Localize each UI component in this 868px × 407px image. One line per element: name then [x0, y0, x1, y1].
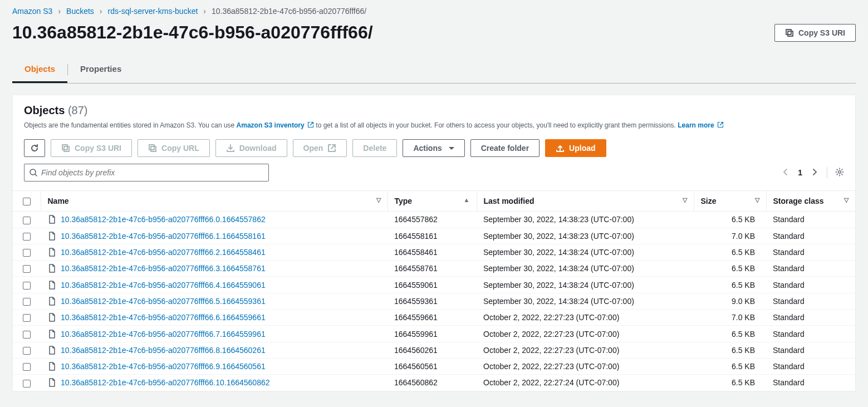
- copy-s3-uri-button[interactable]: Copy S3 URI: [774, 24, 856, 42]
- inventory-link[interactable]: Amazon S3 inventory: [237, 121, 316, 129]
- row-checkbox[interactable]: [23, 347, 31, 355]
- svg-rect-1: [788, 31, 793, 36]
- row-checkbox[interactable]: [23, 249, 31, 257]
- cell-type: 1664558461: [388, 244, 477, 260]
- file-icon: [47, 346, 56, 355]
- cell-modified: September 30, 2022, 14:38:24 (UTC-07:00): [477, 293, 694, 309]
- object-link[interactable]: 10.36a85812-2b1e-47c6-b956-a020776fff66.…: [61, 281, 266, 290]
- cell-modified: October 2, 2022, 22:27:23 (UTC-07:00): [477, 326, 694, 342]
- row-checkbox[interactable]: [23, 380, 31, 388]
- sort-icon: ▽: [683, 197, 687, 204]
- cell-type: 1664560862: [388, 375, 477, 391]
- sort-icon: ▽: [376, 197, 381, 204]
- table-row: 10.36a85812-2b1e-47c6-b956-a020776fff66.…: [13, 342, 855, 358]
- row-checkbox[interactable]: [23, 282, 31, 290]
- file-icon: [47, 297, 56, 306]
- col-class[interactable]: Storage class▽: [766, 191, 855, 212]
- row-checkbox[interactable]: [23, 331, 31, 339]
- object-link[interactable]: 10.36a85812-2b1e-47c6-b956-a020776fff66.…: [61, 362, 266, 371]
- object-link[interactable]: 10.36a85812-2b1e-47c6-b956-a020776fff66.…: [61, 378, 270, 387]
- cell-type: 1664558161: [388, 228, 477, 244]
- cell-type: 1664559361: [388, 293, 477, 309]
- cell-size: 6.5 KB: [694, 212, 766, 228]
- caret-down-icon: [449, 147, 454, 150]
- breadcrumb-bucket[interactable]: rds-sql-server-kms-bucket: [108, 7, 198, 16]
- svg-rect-5: [151, 146, 156, 151]
- refresh-button[interactable]: [24, 139, 45, 157]
- settings-button[interactable]: [835, 168, 844, 178]
- upload-label: Upload: [569, 144, 595, 153]
- col-check: [13, 191, 41, 212]
- gear-icon: [835, 168, 844, 176]
- cell-size: 7.0 KB: [694, 310, 766, 326]
- object-link[interactable]: 10.36a85812-2b1e-47c6-b956-a020776fff66.…: [61, 248, 266, 257]
- file-icon: [47, 264, 56, 273]
- download-icon: [226, 144, 235, 153]
- breadcrumb-root[interactable]: Amazon S3: [12, 7, 52, 16]
- toolbar: Copy S3 URI Copy URL Download Open Delet…: [13, 134, 855, 157]
- file-icon: [47, 215, 56, 224]
- object-link[interactable]: 10.36a85812-2b1e-47c6-b956-a020776fff66.…: [61, 330, 266, 339]
- object-link[interactable]: 10.36a85812-2b1e-47c6-b956-a020776fff66.…: [61, 215, 266, 224]
- tabs: Objects Properties: [12, 58, 856, 84]
- breadcrumb-buckets[interactable]: Buckets: [66, 7, 94, 16]
- pager-next[interactable]: [810, 168, 819, 178]
- row-checkbox[interactable]: [23, 217, 31, 224]
- col-name[interactable]: Name▽: [41, 191, 388, 212]
- row-checkbox[interactable]: [23, 233, 31, 241]
- cell-class: Standard: [766, 277, 855, 293]
- copy-icon: [785, 28, 794, 37]
- file-icon: [47, 378, 56, 387]
- object-link[interactable]: 10.36a85812-2b1e-47c6-b956-a020776fff66.…: [61, 264, 266, 273]
- panel-description: Objects are the fundamental entities sto…: [24, 120, 844, 130]
- download-label: Download: [239, 144, 277, 153]
- row-checkbox[interactable]: [23, 363, 31, 371]
- svg-point-7: [838, 170, 841, 173]
- external-link-icon: [327, 144, 336, 153]
- col-modified[interactable]: Last modified▽: [477, 191, 694, 212]
- pager-prev: [781, 168, 790, 178]
- copy-s3-uri-label: Copy S3 URI: [798, 28, 845, 37]
- file-icon: [47, 248, 56, 257]
- learn-more-link[interactable]: Learn more: [678, 121, 724, 129]
- object-link[interactable]: 10.36a85812-2b1e-47c6-b956-a020776fff66.…: [61, 232, 266, 241]
- panel-title: Objects (87): [24, 104, 844, 117]
- copy-s3-uri-button-toolbar: Copy S3 URI: [51, 139, 132, 157]
- search-input[interactable]: [41, 168, 264, 177]
- select-all-checkbox[interactable]: [23, 198, 31, 205]
- upload-button[interactable]: Upload: [545, 139, 606, 157]
- svg-rect-0: [786, 30, 791, 35]
- actions-button[interactable]: Actions: [403, 139, 464, 157]
- table-row: 10.36a85812-2b1e-47c6-b956-a020776fff66.…: [13, 244, 855, 260]
- cell-modified: October 2, 2022, 22:27:23 (UTC-07:00): [477, 342, 694, 358]
- pager-page: 1: [798, 168, 802, 177]
- search-box[interactable]: [24, 164, 269, 182]
- cell-size: 7.0 KB: [694, 228, 766, 244]
- search-icon: [29, 168, 38, 177]
- file-icon: [47, 330, 56, 339]
- col-type[interactable]: Type▲: [388, 191, 477, 212]
- col-size[interactable]: Size▽: [694, 191, 766, 212]
- file-icon: [47, 281, 56, 290]
- table-row: 10.36a85812-2b1e-47c6-b956-a020776fff66.…: [13, 228, 855, 244]
- cell-modified: October 2, 2022, 22:27:23 (UTC-07:00): [477, 358, 694, 374]
- cell-modified: September 30, 2022, 14:38:24 (UTC-07:00): [477, 261, 694, 277]
- table-row: 10.36a85812-2b1e-47c6-b956-a020776fff66.…: [13, 277, 855, 293]
- cell-size: 6.5 KB: [694, 277, 766, 293]
- cell-class: Standard: [766, 261, 855, 277]
- row-checkbox[interactable]: [23, 298, 31, 306]
- object-link[interactable]: 10.36a85812-2b1e-47c6-b956-a020776fff66.…: [61, 313, 266, 322]
- cell-size: 6.5 KB: [694, 261, 766, 277]
- chevron-right-icon: [810, 168, 819, 176]
- row-checkbox[interactable]: [23, 265, 31, 273]
- open-button: Open: [293, 139, 347, 157]
- object-link[interactable]: 10.36a85812-2b1e-47c6-b956-a020776fff66.…: [61, 346, 266, 355]
- copy-url-button: Copy URL: [138, 139, 210, 157]
- create-folder-button[interactable]: Create folder: [470, 139, 540, 157]
- tab-objects[interactable]: Objects: [12, 58, 67, 83]
- copy-icon: [148, 144, 157, 153]
- row-checkbox[interactable]: [23, 314, 31, 322]
- cell-size: 6.5 KB: [694, 326, 766, 342]
- tab-properties[interactable]: Properties: [68, 58, 134, 83]
- object-link[interactable]: 10.36a85812-2b1e-47c6-b956-a020776fff66.…: [61, 297, 266, 306]
